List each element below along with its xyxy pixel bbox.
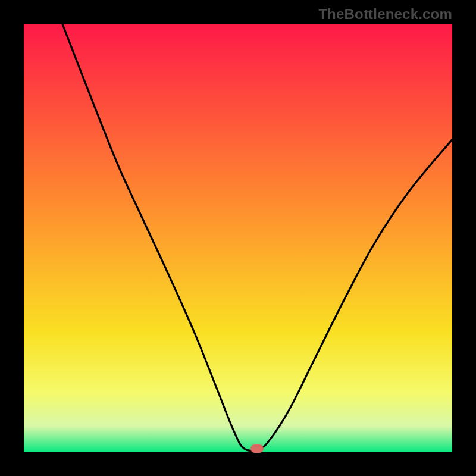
watermark-text: TheBottleneck.com [318, 6, 452, 23]
bottleneck-curve [62, 24, 452, 450]
curve-layer [24, 24, 452, 452]
plot-area [24, 24, 452, 452]
optimal-marker [250, 444, 264, 453]
chart-frame: TheBottleneck.com [0, 0, 476, 476]
